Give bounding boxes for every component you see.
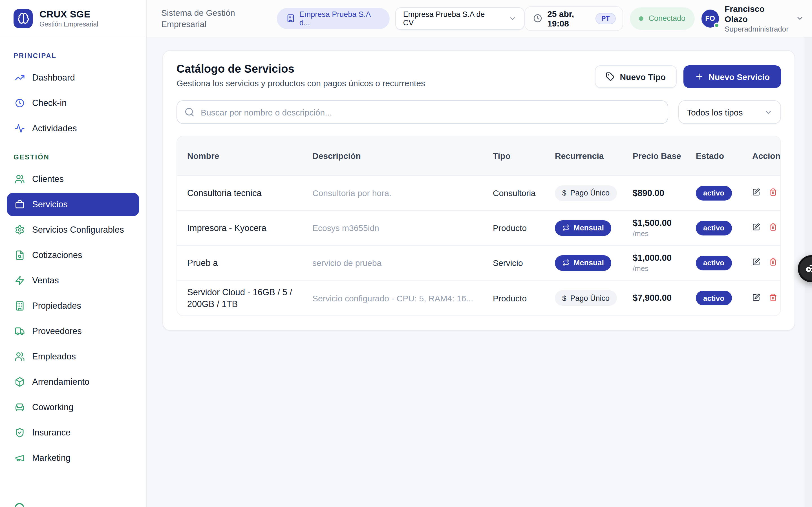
delete-button[interactable] <box>769 188 777 198</box>
type-filter-select[interactable]: Todos los tipos <box>678 100 781 124</box>
column-header: Acciones <box>752 150 781 161</box>
plus-icon <box>695 72 703 81</box>
sidebar-item-coworking[interactable]: Coworking <box>7 395 139 419</box>
cell-estado: activo <box>696 256 752 270</box>
megaphone-icon <box>15 453 25 463</box>
users-icon <box>15 174 25 184</box>
column-header: Nombre <box>177 150 312 161</box>
column-header: Tipo <box>493 150 555 161</box>
page-title: Catálogo de Servicios <box>176 62 425 75</box>
table-header-row: NombreDescripciónTipoRecurrenciaPrecio B… <box>177 136 780 175</box>
delete-button[interactable] <box>769 223 777 233</box>
sidebar-item-arrendamiento[interactable]: Arrendamiento <box>7 370 139 394</box>
cell-precio: $1,000.00 /mes <box>633 253 696 273</box>
sidebar-item-label: Ventas <box>32 276 59 286</box>
sidebar-item-marketing[interactable]: Marketing <box>7 446 139 470</box>
edit-icon <box>752 223 760 231</box>
sidebar-item-ventas[interactable]: Ventas <box>7 269 139 292</box>
briefcase-icon <box>15 200 25 210</box>
sidebar: CRUX SGE Gestión Empresarial PRINCIPALDa… <box>0 0 147 507</box>
sidebar-item-check-in[interactable]: Check-in <box>7 91 139 115</box>
nav-section-label-principal: PRINCIPAL <box>0 41 146 64</box>
brain-icon <box>17 12 29 24</box>
sidebar-item-label: Arrendamiento <box>32 377 89 387</box>
company-select[interactable]: Empresa Prueba S.A de CV <box>395 7 524 30</box>
edit-button[interactable] <box>752 223 760 233</box>
datetime-text: 25 abr, 19:08 <box>547 9 590 28</box>
sidebar-item-label: Check-in <box>32 98 66 108</box>
edit-icon <box>752 258 760 266</box>
cell-nombre: Impresora - Kyocera <box>177 216 312 239</box>
dollar-icon: $ <box>562 189 566 197</box>
edit-icon <box>752 293 760 301</box>
cell-acciones <box>752 258 781 268</box>
price-value: $7,900.00 <box>633 293 690 303</box>
sidebar-item-dashboard[interactable]: Dashboard <box>7 66 139 90</box>
status-badge: activo <box>696 256 732 270</box>
chevron-down-icon <box>764 108 772 116</box>
sidebar-item-empleados[interactable]: Empleados <box>7 345 139 369</box>
sidebar-item-insurance[interactable]: Insurance <box>7 421 139 445</box>
brand-logo <box>13 9 33 28</box>
sidebar-item-actividades[interactable]: Actividades <box>7 117 139 140</box>
nav-section-label-gestion: GESTIÓN <box>0 142 146 166</box>
floating-action-button[interactable] <box>798 255 812 282</box>
table-body: Consultoria tecnica Consultoria por hora… <box>177 175 780 316</box>
new-type-button[interactable]: Nuevo Tipo <box>595 65 676 88</box>
recurrence-badge: Mensual <box>555 220 611 236</box>
topbar: Sistema de Gestión Empresarial Empresa P… <box>147 0 812 37</box>
edit-button[interactable] <box>752 258 760 268</box>
brand-name: CRUX SGE <box>40 9 98 20</box>
table-row: Prueb a servicio de prueba Servicio Mens… <box>177 245 780 280</box>
edit-button[interactable] <box>752 293 760 303</box>
user-menu[interactable]: FO Francisco Olazo Superadministrador <box>701 4 804 33</box>
chevron-down-icon <box>508 14 516 22</box>
sidebar-item-servicios-configurables[interactable]: Servicios Configurables <box>7 218 139 242</box>
price-period: /mes <box>633 229 690 238</box>
company-select-value: Empresa Prueba S.A de CV <box>403 10 494 27</box>
edit-button[interactable] <box>752 188 760 198</box>
cell-recurrencia: $Pago Único <box>555 185 633 201</box>
package-icon <box>15 377 25 387</box>
cell-tipo: Producto <box>493 293 555 303</box>
cell-nombre: Prueb a <box>177 251 312 274</box>
delete-button[interactable] <box>769 258 777 268</box>
page-subtitle: Gestiona los servicios y productos con p… <box>176 78 425 88</box>
cell-acciones <box>752 188 781 198</box>
edit-icon <box>752 188 760 196</box>
file-search-icon <box>15 250 25 260</box>
sidebar-item-label: Propiedades <box>32 301 81 311</box>
new-service-button[interactable]: Nuevo Servicio <box>683 65 781 88</box>
sidebar-item-proveedores[interactable]: Proveedores <box>7 320 139 343</box>
sidebar-item-label: Marketing <box>32 453 70 463</box>
datetime-pill: 25 abr, 19:08 PT <box>524 6 623 31</box>
sidebar-item-label: Proveedores <box>32 326 82 336</box>
sidebar-item-label: Dashboard <box>32 73 75 83</box>
cell-nombre: Consultoria tecnica <box>177 181 312 205</box>
user-role: Superadministrador <box>725 24 789 33</box>
status-badge: activo <box>696 221 732 235</box>
brand-block: CRUX SGE Gestión Empresarial <box>0 0 146 37</box>
delete-button[interactable] <box>769 293 777 303</box>
sidebar-item-propiedades[interactable]: Propiedades <box>7 294 139 318</box>
building-icon <box>15 301 25 311</box>
column-header: Precio Base <box>633 150 696 161</box>
sidebar-item-servicios[interactable]: Servicios <box>7 193 139 216</box>
trash-icon <box>769 223 777 231</box>
search-input[interactable] <box>176 100 668 124</box>
sidebar-item-clientes[interactable]: Clientes <box>7 167 139 191</box>
cell-estado: activo <box>696 186 752 200</box>
company-chip[interactable]: Empresa Prueba S.A d... <box>277 8 390 29</box>
sidebar-item-cotizaciones[interactable]: Cotizaciones <box>7 243 139 267</box>
recurrence-badge: Mensual <box>555 255 611 271</box>
table-row: Consultoria tecnica Consultoria por hora… <box>177 175 780 210</box>
sidebar-item-label: Coworking <box>32 402 73 412</box>
main-content: Catálogo de Servicios Gestiona los servi… <box>147 37 812 507</box>
cell-precio: $1,500.00 /mes <box>633 218 696 238</box>
sidebar-item-label: Empleados <box>32 351 76 362</box>
sidebar-item-label: Actividades <box>32 123 77 133</box>
cell-estado: activo <box>696 291 752 305</box>
armchair-icon <box>15 402 25 412</box>
cell-descripcion: Consultoria por hora. <box>312 188 493 198</box>
clock-icon <box>532 13 542 23</box>
